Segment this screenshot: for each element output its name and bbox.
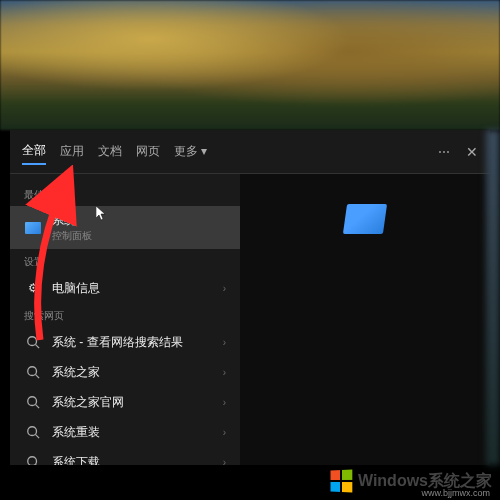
- chevron-right-icon: ›: [223, 337, 226, 348]
- svg-line-5: [36, 405, 40, 409]
- search-icon: [24, 333, 42, 351]
- web-item-0[interactable]: 系统 - 查看网络搜索结果 ›: [10, 327, 240, 357]
- search-icon: [24, 453, 42, 465]
- search-tabs: 全部 应用 文档 网页 更多 ▾ ⋯ ✕: [10, 130, 490, 174]
- right-edge-blur: [486, 130, 500, 465]
- chevron-right-icon: ›: [223, 283, 226, 294]
- more-options-icon[interactable]: ⋯: [438, 145, 452, 159]
- svg-point-8: [28, 457, 37, 465]
- chevron-right-icon: ›: [223, 427, 226, 438]
- watermark-url: www.bjjmwx.com: [421, 488, 490, 498]
- desktop-wallpaper: [0, 0, 500, 130]
- svg-line-3: [36, 375, 40, 379]
- search-panel: 全部 应用 文档 网页 更多 ▾ ⋯ ✕ 最佳匹配 系统 控制面板 设置 ⚙ 电…: [10, 130, 490, 465]
- svg-point-6: [28, 427, 37, 436]
- tab-all[interactable]: 全部: [22, 138, 46, 165]
- windows-logo-icon: [330, 470, 352, 493]
- settings-item-pcinfo[interactable]: ⚙ 电脑信息 ›: [10, 273, 240, 303]
- web-item-2[interactable]: 系统之家官网 ›: [10, 387, 240, 417]
- results-list: 最佳匹配 系统 控制面板 设置 ⚙ 电脑信息 › 搜索网页 系统 - 查看网络搜…: [10, 174, 240, 465]
- tab-docs[interactable]: 文档: [98, 139, 122, 164]
- section-best-match: 最佳匹配: [10, 182, 240, 206]
- tab-web[interactable]: 网页: [136, 139, 160, 164]
- preview-monitor-icon: [343, 204, 387, 234]
- svg-line-7: [36, 435, 40, 439]
- monitor-icon: [24, 219, 42, 237]
- web-item-1[interactable]: 系统之家 ›: [10, 357, 240, 387]
- close-icon[interactable]: ✕: [466, 144, 478, 160]
- chevron-right-icon: ›: [223, 397, 226, 408]
- svg-point-4: [28, 397, 37, 406]
- web-item-4[interactable]: 系统下载 ›: [10, 447, 240, 465]
- svg-point-0: [28, 337, 37, 346]
- gear-icon: ⚙: [24, 279, 42, 297]
- section-search-web: 搜索网页: [10, 303, 240, 327]
- search-icon: [24, 393, 42, 411]
- search-icon: [24, 363, 42, 381]
- chevron-right-icon: ›: [223, 457, 226, 466]
- tab-apps[interactable]: 应用: [60, 139, 84, 164]
- preview-pane: [240, 174, 490, 465]
- web-item-3[interactable]: 系统重装 ›: [10, 417, 240, 447]
- svg-point-2: [28, 367, 37, 376]
- tab-more[interactable]: 更多 ▾: [174, 139, 207, 164]
- chevron-right-icon: ›: [223, 367, 226, 378]
- svg-line-1: [36, 345, 40, 349]
- section-settings: 设置: [10, 249, 240, 273]
- search-icon: [24, 423, 42, 441]
- best-match-system[interactable]: 系统 控制面板: [10, 206, 240, 249]
